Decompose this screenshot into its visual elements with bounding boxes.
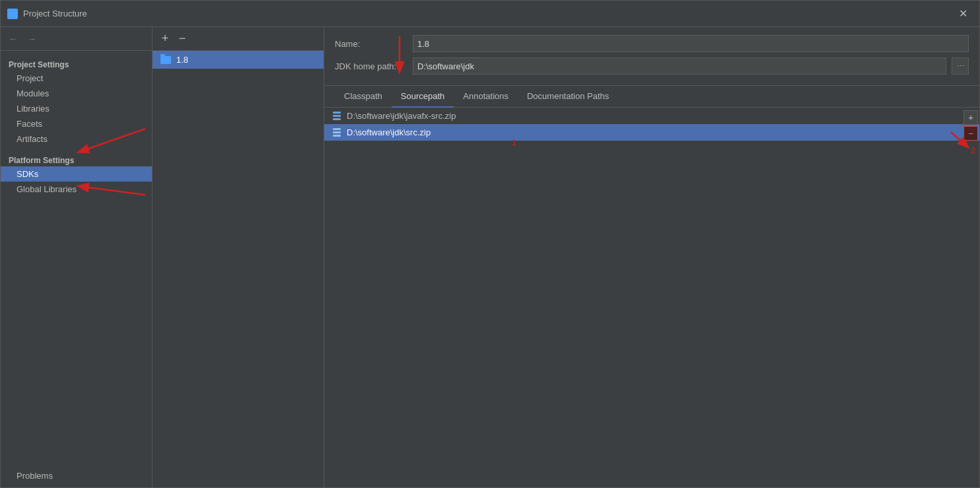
tab-classpath[interactable]: Classpath <box>335 86 392 108</box>
close-button[interactable]: ✕ <box>954 5 973 22</box>
tab-sourcepath[interactable]: Sourcepath <box>392 86 454 108</box>
browse-icon: ⋯ <box>957 62 964 71</box>
sidebar-item-artifacts[interactable]: Artifacts <box>1 131 152 147</box>
browse-button[interactable]: ⋯ <box>952 57 969 75</box>
remove-path-button[interactable]: − <box>963 126 978 141</box>
add-path-button[interactable]: + <box>963 110 978 125</box>
tab-documentation-paths[interactable]: Documentation Paths <box>518 86 618 108</box>
window-body: ← → Project Settings Project Modules Lib… <box>1 27 979 487</box>
sidebar-content: Project Settings Project Modules Librari… <box>1 51 152 460</box>
main-content: Name: JDK home path: ⋯ Classpath Sourcep… <box>324 27 979 487</box>
tab-annotations[interactable]: Annotations <box>454 86 518 108</box>
file-path: D:\software\jdk\src.zip <box>347 127 431 137</box>
sidebar-item-global-libraries[interactable]: Global Libraries <box>1 182 152 197</box>
sdk-panel-toolbar: + − <box>153 27 324 51</box>
sidebar-item-project[interactable]: Project <box>1 71 152 86</box>
sidebar-item-sdks[interactable]: SDKs <box>1 166 152 182</box>
sidebar-nav-bar: ← → <box>1 27 152 51</box>
sidebar-item-modules[interactable]: Modules <box>1 86 152 101</box>
sidebar-item-libraries[interactable]: Libraries <box>1 101 152 116</box>
window-title: Project Structure <box>23 9 954 18</box>
jdk-row: JDK home path: ⋯ <box>335 57 969 75</box>
file-list-area: D:\software\jdk\javafx-src.zip D:\softwa… <box>324 108 979 487</box>
project-structure-window: Project Structure ✕ ← → Project Settings… <box>0 0 980 488</box>
forward-arrow[interactable]: → <box>24 32 39 46</box>
jdk-path-input[interactable] <box>413 57 946 75</box>
sdk-panel: + − 1.8 <box>153 27 324 487</box>
sidebar-item-facets[interactable]: Facets <box>1 116 152 131</box>
zip-icon <box>332 128 341 137</box>
sdk-list-item-1.8[interactable]: 1.8 <box>153 51 324 69</box>
file-path: D:\software\jdk\javafx-src.zip <box>347 111 456 121</box>
sidebar: ← → Project Settings Project Modules Lib… <box>1 27 153 487</box>
file-list: D:\software\jdk\javafx-src.zip D:\softwa… <box>324 108 979 487</box>
fields-section: Name: JDK home path: ⋯ <box>324 27 979 86</box>
jdk-label: JDK home path: <box>335 61 407 71</box>
sidebar-item-problems[interactable]: Problems <box>9 468 144 483</box>
name-row: Name: <box>335 35 969 52</box>
project-settings-label: Project Settings <box>1 56 152 71</box>
app-icon <box>7 9 18 19</box>
title-bar: Project Structure ✕ <box>1 1 979 27</box>
zip-icon <box>332 112 341 121</box>
name-input[interactable] <box>413 35 969 52</box>
sdk-label: 1.8 <box>176 55 188 65</box>
folder-icon <box>160 56 171 64</box>
sidebar-bottom: Problems <box>1 460 152 487</box>
file-list-toolbar: + − <box>962 108 979 143</box>
remove-sdk-button[interactable]: − <box>175 32 190 46</box>
tabs-bar: Classpath Sourcepath Annotations Documen… <box>324 86 979 108</box>
add-sdk-button[interactable]: + <box>158 32 172 46</box>
name-label: Name: <box>335 39 407 49</box>
sdk-list: 1.8 <box>153 51 324 487</box>
back-arrow[interactable]: ← <box>6 32 20 46</box>
file-item-src[interactable]: D:\software\jdk\src.zip <box>324 124 979 141</box>
platform-settings-label: Platform Settings <box>1 152 152 166</box>
file-item-javafx-src[interactable]: D:\software\jdk\javafx-src.zip <box>324 108 979 124</box>
